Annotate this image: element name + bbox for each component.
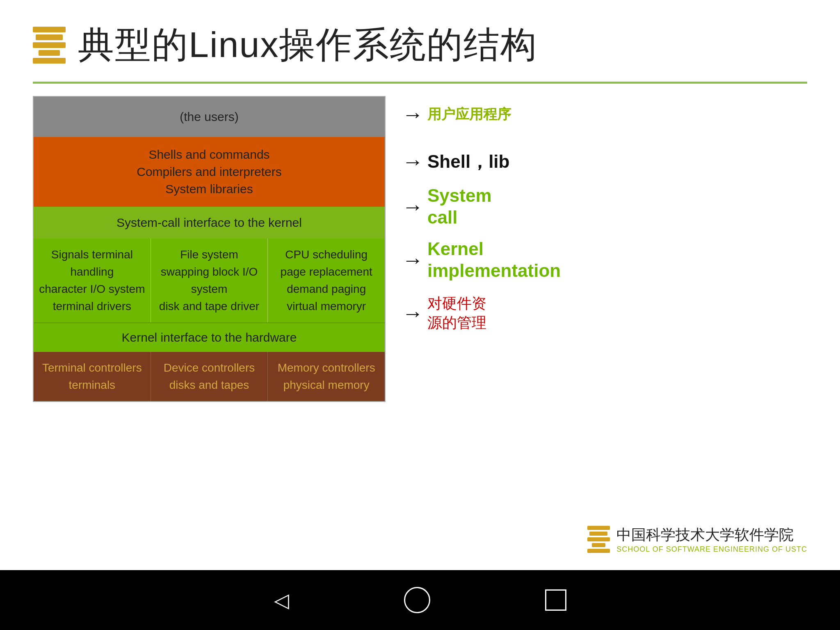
orange-line3: System libraries xyxy=(42,180,377,198)
header-logo xyxy=(33,27,66,64)
syscall-layer: System-call interface to the kernel xyxy=(34,207,385,239)
users-label-text: 用户应用程序 xyxy=(427,105,511,124)
syscall-label: System-call interface to the kernel xyxy=(116,216,302,229)
ctrl-col-2: Device controllers disks and tapes xyxy=(151,352,268,401)
arrow-syscall: → xyxy=(402,196,423,217)
kernel-col2-l3: system xyxy=(156,281,263,298)
orange-line1: Shells and commands xyxy=(42,146,377,163)
kernel-col1-l4: terminal drivers xyxy=(39,298,146,315)
slide-area: 典型的Linux操作系统的结构 (the users) Shells and c… xyxy=(0,0,840,570)
hw-label-text: 对硬件资 源的管理 xyxy=(427,294,486,333)
kernel-col-3: CPU scheduling page replacement demand p… xyxy=(268,239,385,322)
arrow-kernel: → xyxy=(402,249,423,271)
ctrl-col2-l2: disks and tapes xyxy=(156,377,263,394)
page-title: 典型的Linux操作系统的结构 xyxy=(78,21,537,69)
kernel-col3-l2: page replacement xyxy=(273,263,380,281)
footer-logo-icon xyxy=(587,526,610,553)
hw-interface-layer: Kernel interface to the hardware xyxy=(34,322,385,352)
ctrl-col3-l1: Memory controllers xyxy=(273,359,380,377)
ctrl-col1-l1: Terminal controllers xyxy=(39,359,146,377)
header-divider xyxy=(33,82,807,84)
kernel-col-1: Signals terminal handling character I/O … xyxy=(34,239,151,322)
arrow-shell: → xyxy=(402,151,423,172)
kernel-right-label: → Kernel implementation xyxy=(402,223,599,297)
ctrl-col-3: Memory controllers physical memory xyxy=(268,352,385,401)
kernel-col3-l4: virtual memoryr xyxy=(273,298,380,315)
footer-cn: 中国科学技术大学软件学院 xyxy=(616,525,807,545)
nav-recent-button[interactable]: □ xyxy=(545,589,566,611)
architecture-diagram: (the users) Shells and commands Compiler… xyxy=(33,96,386,402)
hw-right-label: → 对硬件资 源的管理 xyxy=(402,297,599,330)
nav-home-button[interactable]: ○ xyxy=(404,587,430,613)
footer-text: 中国科学技术大学软件学院 SCHOOL OF SOFTWARE ENGINEER… xyxy=(616,525,807,554)
shell-right-label: → Shell，lib xyxy=(402,133,599,190)
orange-line2: Compilers and interpreters xyxy=(42,163,377,180)
nav-back-button[interactable]: ◁ xyxy=(274,589,289,612)
footer-en: SCHOOL OF SOFTWARE ENGINEERING OF USTC xyxy=(616,545,807,554)
kernel-col2-l4: disk and tape driver xyxy=(156,298,263,315)
kernel-col1-l2: handling xyxy=(39,263,146,281)
main-content: (the users) Shells and commands Compiler… xyxy=(0,92,840,402)
kernel-col3-l3: demand paging xyxy=(273,281,380,298)
footer-logo: 中国科学技术大学软件学院 SCHOOL OF SOFTWARE ENGINEER… xyxy=(587,525,807,554)
orange-layer: Shells and commands Compilers and interp… xyxy=(34,137,385,207)
right-labels: → 用户应用程序 → Shell，lib → System call → xyxy=(386,96,599,330)
kernel-col2-l2: swapping block I/O xyxy=(156,263,263,281)
kernel-col1-l3: character I/O system xyxy=(39,281,146,298)
ctrl-col1-l2: terminals xyxy=(39,377,146,394)
hw-interface-label: Kernel interface to the hardware xyxy=(122,331,297,344)
navigation-bar: ◁ ○ □ xyxy=(0,570,840,630)
header: 典型的Linux操作系统的结构 xyxy=(0,0,840,69)
ctrl-col-1: Terminal controllers terminals xyxy=(34,352,151,401)
kernel-col2-l1: File system xyxy=(156,246,263,263)
kernel-label-text: Kernel implementation xyxy=(427,238,561,282)
kernel-col3-l1: CPU scheduling xyxy=(273,246,380,263)
users-label: (the users) xyxy=(180,110,238,123)
kernel-layer: Signals terminal handling character I/O … xyxy=(34,239,385,322)
syscall-label-text: System call xyxy=(427,185,492,228)
ctrl-col2-l1: Device controllers xyxy=(156,359,263,377)
kernel-col-2: File system swapping block I/O system di… xyxy=(151,239,268,322)
shell-label-text: Shell，lib xyxy=(427,150,509,174)
syscall-right-label: → System call xyxy=(402,190,599,223)
users-layer: (the users) xyxy=(34,97,385,137)
kernel-col1-l1: Signals terminal xyxy=(39,246,146,263)
controllers-layer: Terminal controllers terminals Device co… xyxy=(34,352,385,401)
ctrl-col3-l2: physical memory xyxy=(273,377,380,394)
arrow-users: → xyxy=(402,104,423,125)
users-right-label: → 用户应用程序 xyxy=(402,96,599,133)
arrow-hw: → xyxy=(402,303,423,324)
